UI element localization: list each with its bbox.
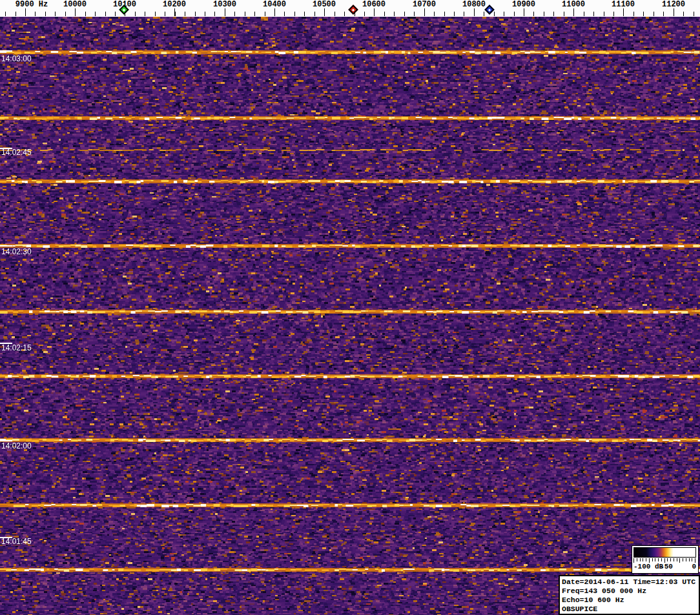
ruler-minor-tick [654,12,654,16]
ruler-minor-tick [55,12,56,16]
ruler-minor-tick [304,12,305,16]
ruler-frequency-label: 9900 Hz [15,0,48,9]
ruler-minor-tick [464,12,464,16]
ruler-frequency-label: 10900 [512,0,535,9]
info-line-echo: Echo=10 600 Hz [562,596,699,605]
ruler-minor-tick [95,12,96,16]
ruler-minor-tick [613,12,614,16]
legend-tick [661,558,662,561]
ruler-frequency-label: 10000 [63,0,87,9]
ruler-frequency-label: 11100 [612,0,635,9]
legend-tick [649,558,650,563]
ruler-minor-tick [135,12,136,16]
ruler-minor-tick [314,12,315,16]
legend-label-mid: -50 [660,563,673,570]
ruler-minor-tick [214,12,215,16]
ruler-minor-tick [245,12,245,16]
ruler-minor-tick [155,12,156,16]
ruler-minor-tick [504,12,504,16]
ruler-minor-tick [434,12,435,16]
time-label: 14:01:45 [1,538,32,546]
legend-tick [695,558,695,563]
legend-tick [658,558,659,561]
ruler-minor-tick [444,12,445,16]
ruler-minor-tick [165,12,165,16]
ruler-major-tick [225,8,225,16]
ruler-minor-tick [484,12,484,16]
legend-tick [664,558,665,563]
ruler-minor-tick [533,12,534,16]
time-tick [0,50,12,52]
time-label: 14:02:30 [1,248,32,256]
ruler-minor-tick [205,12,205,16]
legend-tick [679,558,680,563]
time-label: 14:03:00 [1,55,32,63]
legend-tick [640,558,641,561]
frequency-ruler[interactable]: 9900 Hz100001010010200103001040010500106… [0,0,700,17]
legend-tick [686,558,686,561]
ruler-minor-tick [384,12,385,16]
ruler-minor-tick [115,12,116,16]
legend-tick [689,558,690,561]
ruler-major-tick [674,8,674,16]
legend-tick [646,558,646,561]
ruler-minor-tick [254,12,255,16]
ruler-minor-tick [265,12,265,16]
ruler-minor-tick [454,12,455,16]
ruler-minor-tick [514,12,515,16]
ruler-minor-tick [643,12,644,16]
ruler-major-tick [474,8,475,16]
ruler-minor-tick [364,12,365,16]
ruler-major-tick [324,8,325,16]
ruler-minor-tick [584,12,584,16]
info-line-date: Date=2014-06-11 Time=12:03 UTC [562,578,699,587]
ruler-minor-tick [593,12,594,16]
ruler-frequency-label: 10500 [313,0,336,9]
legend-tick [683,558,683,561]
ruler-frequency-label: 11000 [562,0,585,9]
color-gradient-bar [633,547,696,558]
legend-tick [670,558,671,561]
ruler-minor-tick [694,12,694,16]
ruler-minor-tick [633,12,634,16]
legend-label-min: -100 dB [633,563,663,570]
ruler-frequency-label: 10800 [462,0,486,9]
ruler-minor-tick [45,12,46,16]
frequency-marker-blue-icon[interactable] [484,5,495,15]
legend-tick [633,558,634,563]
ruler-major-tick [573,8,574,16]
time-label: 14:02:00 [1,442,32,450]
ruler-minor-tick [564,12,564,16]
ruler-minor-tick [145,12,145,16]
ruler-frequency-label: 10400 [263,0,286,9]
ruler-minor-tick [15,12,16,16]
ruler-minor-tick [5,12,6,16]
legend-tick [692,558,692,561]
ruler-frequency-label: 10700 [413,0,436,9]
ruler-minor-tick [234,12,235,16]
ruler-minor-tick [185,12,185,16]
color-scale-legend: -100 dB -50 0 [632,545,699,574]
legend-tick [643,558,643,561]
info-line-observer: OBSUPICE [562,605,699,614]
ruler-minor-tick [195,12,196,16]
ruler-major-tick [524,8,524,16]
ruler-minor-tick [344,12,345,16]
legend-tick [652,558,653,561]
ruler-minor-tick [553,12,554,16]
time-label: 14:02:45 [1,148,32,157]
ruler-major-tick [174,8,175,16]
ruler-minor-tick [544,12,544,16]
frequency-marker-red-icon[interactable] [348,5,358,15]
ruler-minor-tick [105,12,106,16]
ruler-minor-tick [35,12,36,16]
ruler-minor-tick [604,12,604,16]
ruler-frequency-label: 10600 [362,0,386,9]
legend-tick [667,558,668,561]
time-tick [0,245,12,247]
time-label: 14:02:15 [1,344,32,352]
ruler-major-tick [75,8,76,16]
legend-tick [677,558,677,561]
legend-tick [637,558,637,561]
legend-label-max: 0 [692,563,696,570]
